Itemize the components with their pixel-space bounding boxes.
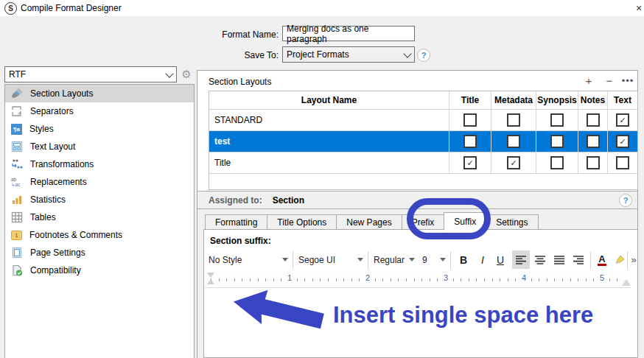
- close-icon[interactable]: ×: [632, 1, 644, 15]
- replacements-icon: ab↳ac: [11, 176, 23, 188]
- more-options-icon[interactable]: •••: [620, 74, 636, 87]
- compatibility-icon: [11, 264, 23, 276]
- tab-settings[interactable]: Settings: [486, 214, 538, 230]
- ruler-number: 1: [286, 273, 293, 282]
- underline-button[interactable]: U: [491, 250, 509, 269]
- align-center-button[interactable]: [531, 250, 549, 269]
- ruler-number: 3: [442, 273, 449, 282]
- synopsis-checkbox[interactable]: [550, 135, 564, 148]
- page-settings-icon: [11, 247, 23, 259]
- gear-icon[interactable]: ⚙: [179, 67, 194, 82]
- ruler-ticks: [211, 278, 623, 281]
- table-row[interactable]: STANDARD ✓: [209, 110, 637, 131]
- annotation-text: Insert single space here: [333, 302, 593, 329]
- save-to-dropdown[interactable]: Project Formats: [282, 46, 415, 63]
- sidebar-item-statistics[interactable]: Statistics: [5, 191, 194, 208]
- title-bar: S Compile Format Designer ×: [0, 0, 644, 16]
- first-line-indent-marker[interactable]: [207, 273, 214, 278]
- title-checkbox[interactable]: ✓: [463, 156, 477, 169]
- text-color-button[interactable]: A: [593, 250, 611, 269]
- sidebar-item-text-layout[interactable]: Text Layout: [5, 138, 194, 155]
- notes-checkbox[interactable]: [587, 113, 600, 127]
- synopsis-checkbox[interactable]: [550, 113, 564, 127]
- layout-name-cell: Title: [209, 152, 449, 173]
- tab-title-options[interactable]: Title Options: [267, 214, 337, 230]
- format-name-input[interactable]: Merging docs as one paragraph: [282, 26, 415, 41]
- assigned-to-value: Section: [273, 195, 304, 206]
- sidebar-item-label: Separators: [30, 106, 74, 116]
- notes-checkbox[interactable]: [587, 135, 600, 148]
- layout-name-cell: test: [209, 131, 449, 152]
- chevron-down-icon: [282, 258, 288, 262]
- text-checkbox[interactable]: ✓: [616, 135, 629, 148]
- metadata-checkbox[interactable]: ✓: [507, 156, 520, 169]
- ruler-number: 5: [598, 273, 606, 282]
- text-checkbox[interactable]: [616, 156, 629, 169]
- font-size-dropdown[interactable]: 9: [422, 250, 446, 269]
- separators-icon: [11, 105, 23, 117]
- sidebar-item-label: Compatibility: [30, 265, 81, 275]
- scrivener-app-icon: S: [4, 2, 17, 15]
- title-checkbox[interactable]: [463, 113, 477, 127]
- tab-new-pages[interactable]: New Pages: [336, 214, 402, 230]
- format-type-dropdown[interactable]: RTF: [4, 66, 177, 83]
- sidebar-item-replacements[interactable]: ab↳ac Replacements: [5, 173, 194, 191]
- title-checkbox[interactable]: [463, 135, 477, 148]
- layouts-table: Layout Name Title Metadata Synopsis Note…: [209, 91, 638, 190]
- font-weight-dropdown[interactable]: Regular: [374, 250, 415, 269]
- chevron-down-icon: [357, 258, 363, 262]
- sidebar-item-label: Section Layouts: [30, 88, 93, 99]
- format-name-label: Format Name:: [209, 29, 279, 40]
- left-indent-marker[interactable]: [207, 279, 214, 284]
- notes-checkbox[interactable]: [587, 156, 600, 169]
- sidebar-item-compatibility[interactable]: Compatibility: [5, 262, 194, 279]
- section-suffix-label: Section suffix:: [210, 236, 271, 246]
- save-to-value: Project Formats: [287, 49, 405, 60]
- chevron-down-icon: [165, 69, 173, 77]
- remove-layout-button[interactable]: −: [601, 74, 617, 87]
- highlighter-icon: [614, 254, 626, 266]
- highlight-button[interactable]: [611, 250, 629, 269]
- help-icon[interactable]: ?: [619, 194, 632, 207]
- paragraph-style-dropdown[interactable]: No Style: [209, 250, 288, 269]
- sidebar-item-tables[interactable]: Tables: [5, 208, 194, 226]
- align-center-icon: [535, 256, 545, 264]
- metadata-checkbox[interactable]: [507, 113, 520, 127]
- sidebar-item-label: Text Layout: [30, 141, 75, 152]
- tab-formatting[interactable]: Formatting: [205, 214, 267, 230]
- italic-button[interactable]: I: [474, 250, 491, 269]
- sidebar-item-footnotes-comments[interactable]: 1 Footnotes & Comments: [5, 226, 194, 244]
- sidebar-item-transformations[interactable]: Transformations: [5, 155, 194, 173]
- right-indent-marker[interactable]: [622, 279, 631, 286]
- help-icon[interactable]: ?: [417, 49, 430, 62]
- font-value: Segoe UI: [298, 255, 335, 265]
- table-row[interactable]: Title ✓ ✓: [209, 152, 637, 174]
- align-right-button[interactable]: [570, 250, 587, 269]
- sidebar-item-separators[interactable]: Separators: [5, 102, 194, 120]
- toolbar-overflow-icon[interactable]: »: [628, 250, 640, 269]
- text-color-icon: A: [598, 254, 606, 266]
- style-value: No Style: [209, 255, 242, 265]
- paintbrush-icon: [11, 88, 23, 99]
- table-row-selected[interactable]: test ✓: [209, 131, 637, 152]
- assigned-to-label: Assigned to:: [209, 195, 262, 206]
- sidebar-item-page-settings[interactable]: Page Settings: [5, 244, 194, 262]
- weight-value: Regular: [374, 255, 405, 265]
- chevron-down-icon: [403, 49, 411, 57]
- bold-button[interactable]: B: [455, 250, 472, 269]
- ruler-number: 2: [364, 273, 371, 282]
- metadata-checkbox[interactable]: [507, 135, 520, 148]
- sidebar-item-section-layouts[interactable]: Section Layouts: [5, 85, 194, 102]
- add-layout-button[interactable]: +: [581, 74, 597, 87]
- section-layouts-heading: Section Layouts: [209, 77, 271, 87]
- sidebar-item-styles[interactable]: ¶a Styles: [5, 120, 194, 138]
- table-header-row: Layout Name Title Metadata Synopsis Note…: [209, 91, 637, 110]
- synopsis-checkbox[interactable]: [550, 156, 564, 169]
- font-family-dropdown[interactable]: Segoe UI: [298, 250, 363, 269]
- align-justify-button[interactable]: [550, 250, 568, 269]
- align-left-button[interactable]: [512, 250, 530, 269]
- sidebar-item-label: Statistics: [30, 194, 66, 205]
- text-checkbox[interactable]: ✓: [616, 113, 629, 127]
- sidebar-item-label: Replacements: [30, 177, 87, 187]
- text-layout-icon: [11, 141, 23, 152]
